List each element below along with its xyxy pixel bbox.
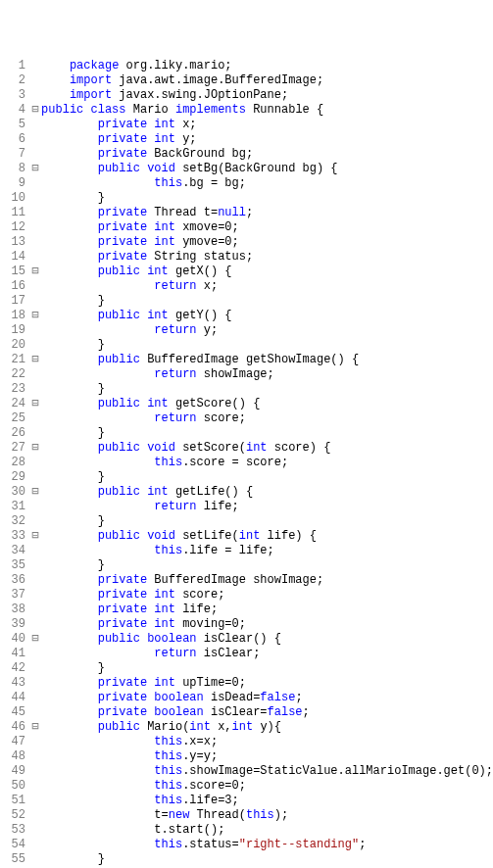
line-number-gutter: 1 2 3 4 5 6 7 8 9 10 11 12 13 14 15 16 1… [0,59,31,868]
code-area[interactable]: package org.liky.mario; import java.awt.… [39,59,493,868]
code-editor[interactable]: 1 2 3 4 5 6 7 8 9 10 11 12 13 14 15 16 1… [0,59,493,868]
fold-gutter[interactable]: ⊟ ⊟ ⊟ ⊟ ⊟ ⊟ ⊟ ⊟ ⊟ ⊟ ⊟ ⊟ ⊟ [31,59,39,868]
